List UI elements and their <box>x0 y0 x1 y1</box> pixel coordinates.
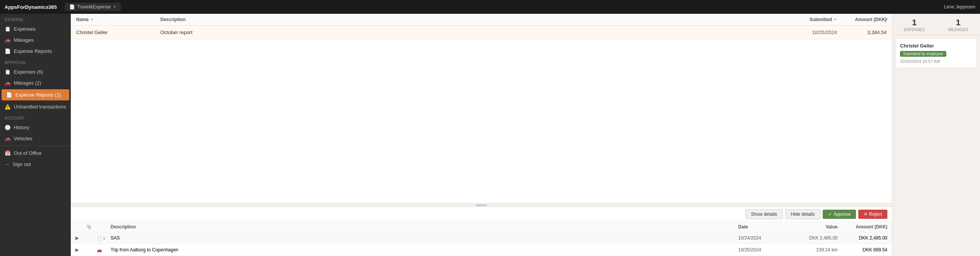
sidebar-item-label: Expense Reports (1) <box>15 92 61 98</box>
detail-amount-trip: DKK 899.54 <box>838 247 887 253</box>
expenses-count: 1 <box>895 18 934 28</box>
col-detail-amount: Amount (DKK) <box>838 224 887 230</box>
expenses-icon: 📋 <box>5 26 11 32</box>
detail-row-trip[interactable]: ▶ 🚗 Trip from Aalborg to Copenhagen 10/2… <box>71 244 892 256</box>
employee-card[interactable]: Christel Geller Submitted by employee 10… <box>896 39 976 67</box>
unhandled-icon: ⚠️ <box>5 104 11 110</box>
sidebar-item-label: Expense Reports <box>14 48 52 54</box>
col-description: Description <box>160 17 776 22</box>
tab-arrow: ▼ <box>113 5 116 9</box>
sidebar-item-label: Expenses (6) <box>14 69 43 75</box>
middle-panel: Name ▼ Description Submitted ▼ Amount (D… <box>71 14 892 256</box>
out-of-office-icon: 📅 <box>5 150 11 156</box>
active-tab[interactable]: 📄 Travel&Expense ▼ <box>65 3 121 11</box>
col-detail-value: Value <box>788 224 838 230</box>
refresh-icon[interactable]: ⟳ <box>884 16 888 22</box>
detail-toolbar: Show details Hide details ✓ Approve ✕ Re… <box>71 207 892 222</box>
expense-reports-approval-icon: 📄 <box>6 92 12 98</box>
detail-desc-sas: SAS <box>111 235 738 241</box>
sidebar-item-expenses[interactable]: 📋 Expenses <box>0 23 71 34</box>
sidebar-item-mileages[interactable]: 🚗 Mileages <box>0 34 71 46</box>
section-label-general: GENERAL <box>0 14 71 23</box>
col-detail-desc: Description <box>111 224 738 230</box>
table-header: Name ▼ Description Submitted ▼ Amount (D… <box>71 14 892 26</box>
sidebar-divider <box>0 146 71 146</box>
sidebar: GENERAL 📋 Expenses 🚗 Mileages 📄 Expense … <box>0 14 71 256</box>
sort-icon-submitted[interactable]: ▼ <box>833 18 837 21</box>
row-description: October report <box>160 30 776 35</box>
sidebar-item-mileages-approval[interactable]: 🚗 Mileages (2) <box>0 77 71 89</box>
detail-amount-sas: DKK 2,485.00 <box>838 235 887 241</box>
reject-button[interactable]: ✕ Reject <box>858 210 887 219</box>
col-submitted: Submitted ▼ <box>776 17 837 22</box>
panel-divider[interactable] <box>71 203 892 207</box>
right-panel-tabs: 1 EXPENSES 1 MILEAGES <box>892 14 980 35</box>
table-section: Name ▼ Description Submitted ▼ Amount (D… <box>71 14 892 203</box>
sidebar-item-label: Mileages <box>14 37 34 43</box>
expand-arrow-sas[interactable]: ▶ <box>75 235 86 241</box>
sidebar-item-label: Expenses <box>14 26 36 32</box>
mileages-approval-icon: 🚗 <box>5 80 11 86</box>
col-name: Name ▼ <box>76 17 160 22</box>
sidebar-item-expense-reports-approval[interactable]: 📄 Expense Reports (1) <box>2 89 69 100</box>
sort-icon[interactable]: ▼ <box>90 18 94 21</box>
expense-reports-icon: 📄 <box>5 48 11 54</box>
row-amount: 3,384.54 <box>837 30 887 35</box>
sidebar-item-label: Out of Office <box>14 150 42 156</box>
reject-x-icon: ✕ <box>864 212 867 217</box>
sign-out-icon: → <box>5 161 10 167</box>
show-details-button[interactable]: Show details <box>745 209 783 219</box>
expenses-approval-icon: 📋 <box>5 69 11 75</box>
detail-value-sas: DKK 2,485.00 <box>788 235 838 241</box>
sidebar-item-label: Vehicles <box>14 136 32 141</box>
expenses-tab-label: EXPENSES <box>904 28 925 32</box>
right-panel-content: Christel Geller Submitted by employee 10… <box>892 35 980 256</box>
vehicles-icon: 🚗 <box>5 136 11 141</box>
sidebar-item-label: Unhandled transactions <box>14 104 66 110</box>
detail-row-sas[interactable]: ▶ 📄1 SAS 10/24/2024 DKK 2,485.00 DKK 2,4… <box>71 232 892 244</box>
detail-desc-trip: Trip from Aalborg to Copenhagen <box>111 247 738 253</box>
col-attach: 📎 <box>86 224 97 230</box>
sidebar-item-history[interactable]: 🕐 History <box>0 122 71 133</box>
detail-date-sas: 10/24/2024 <box>738 235 788 241</box>
tab-expenses[interactable]: 1 EXPENSES <box>892 14 936 35</box>
sidebar-item-sign-out[interactable]: → Sign out <box>0 159 71 170</box>
sidebar-item-label: Sign out <box>13 161 31 167</box>
sidebar-item-expense-reports[interactable]: 📄 Expense Reports <box>0 46 71 57</box>
main-content: ⟳ Name ▼ Description Submitted <box>71 14 980 256</box>
section-label-approval: APPROVAL <box>0 57 71 66</box>
sidebar-item-label: History <box>14 125 29 130</box>
sidebar-item-unhandled[interactable]: ⚠️ Unhandled transactions <box>0 101 71 112</box>
sidebar-item-expenses-approval[interactable]: 📋 Expenses (6) <box>0 66 71 77</box>
row-submitted: 10/25/2024 <box>776 30 837 35</box>
sidebar-item-vehicles[interactable]: 🚗 Vehicles <box>0 133 71 144</box>
col-detail-date: Date <box>738 224 788 230</box>
mileages-tab-label: MILEAGES <box>948 28 968 32</box>
right-panel: 1 EXPENSES 1 MILEAGES Christel Geller Su… <box>892 14 980 256</box>
detail-panel: Show details Hide details ✓ Approve ✕ Re… <box>71 207 892 256</box>
divider-handle <box>476 205 487 206</box>
hide-details-button[interactable]: Hide details <box>785 209 821 219</box>
approve-label: Approve <box>833 212 851 217</box>
expand-arrow-trip[interactable]: ▶ <box>75 247 86 253</box>
mileages-icon: 🚗 <box>5 37 11 43</box>
card-date: 10/25/2024 10:57 AM <box>900 59 972 64</box>
detail-date-trip: 10/25/2024 <box>738 247 788 253</box>
reject-label: Reject <box>869 212 882 217</box>
table-row[interactable]: Christel Geller October report 10/25/202… <box>71 26 892 39</box>
detail-table-header: 📎 Description Date Value Amount (DKK) <box>71 222 892 232</box>
col-amount: Amount (DKK) <box>837 17 887 22</box>
row-name: Christel Geller <box>76 30 160 35</box>
doc-icon-sas: 📄1 <box>97 236 111 241</box>
app-logo: AppsForDynamics365 <box>5 4 57 10</box>
tab-mileages[interactable]: 1 MILEAGES <box>936 14 980 35</box>
status-badge: Submitted by employee <box>900 51 946 57</box>
employee-name: Christel Geller <box>900 43 972 49</box>
history-icon: 🕐 <box>5 125 11 130</box>
sidebar-item-out-of-office[interactable]: 📅 Out of Office <box>0 148 71 159</box>
section-label-account: ACCOUNT <box>0 112 71 122</box>
sidebar-item-label: Mileages (2) <box>14 80 41 86</box>
car-icon-trip: 🚗 <box>97 248 111 253</box>
approve-button[interactable]: ✓ Approve <box>823 210 856 219</box>
approve-check-icon: ✓ <box>828 212 832 217</box>
